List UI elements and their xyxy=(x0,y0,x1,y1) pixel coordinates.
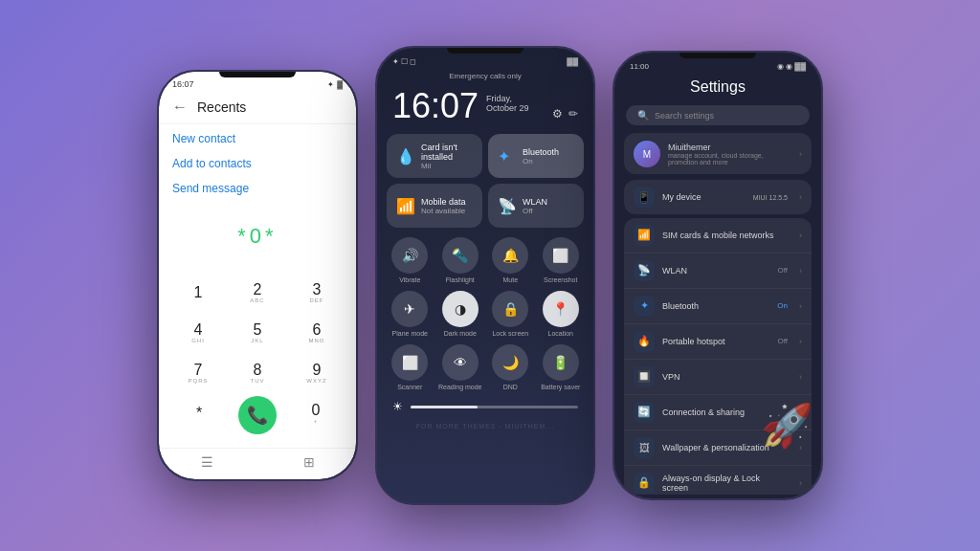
wallpaper-icon: 🖼 xyxy=(634,437,655,458)
settings-icon[interactable]: ⚙ xyxy=(552,107,563,121)
mobile-data-sub: Not available xyxy=(421,207,466,215)
miuithemer-title: Miuithemer xyxy=(668,143,788,152)
status-bar-3: 11:00 ◉ ◉ ▓▓ xyxy=(614,53,821,75)
add-contacts-item[interactable]: Add to contacts xyxy=(172,157,343,170)
status-icons-2: ✦ ☐ ◻ xyxy=(392,57,416,66)
reading-icon: 👁 xyxy=(442,344,479,381)
key-call[interactable]: 📞 xyxy=(238,396,277,434)
keypad-row-1: 1 2ABC 3DEF xyxy=(168,276,346,310)
qs-reading[interactable]: 👁 Reading mode xyxy=(437,344,484,390)
mobile-data-text: Mobile data Not available xyxy=(421,197,466,215)
settings-title: Settings xyxy=(614,75,821,101)
my-device-section[interactable]: 📱 My device MIUI 12.5.5 › xyxy=(624,180,812,213)
wlan-settings-text: WLAN xyxy=(662,266,769,276)
key-2[interactable]: 2ABC xyxy=(235,276,279,310)
sim-tile-text: Card isn't installed MiI xyxy=(421,143,473,170)
bottom-nav: ☰ ⊞ xyxy=(159,448,356,479)
keypad-row-3: 7PQRS 8TUV 9WXYZ xyxy=(168,356,346,390)
battery-saver-icon: 🔋 xyxy=(543,344,579,381)
qs-lockscreen[interactable]: 🔒 Lock screen xyxy=(487,291,534,337)
brightness-bar[interactable] xyxy=(411,406,578,408)
search-placeholder: Search settings xyxy=(655,111,714,121)
key-7[interactable]: 7PQRS xyxy=(176,356,220,390)
dialer-header: ← Recents xyxy=(159,93,356,124)
key-8[interactable]: 8TUV xyxy=(235,356,279,390)
key-5[interactable]: 5JKL xyxy=(235,316,279,350)
bt-settings-text: Bluetooth xyxy=(662,301,769,311)
dialer-screen: 16:07 ✦ ▓ ← Recents New contact Add to c… xyxy=(159,72,356,479)
qs-icon-grid-3: ⬜ Scanner 👁 Reading mode 🌙 DND 🔋 Battery… xyxy=(377,341,593,394)
send-message-item[interactable]: Send message xyxy=(172,182,343,195)
key-3[interactable]: 3DEF xyxy=(295,276,339,310)
new-contact-item[interactable]: New contact xyxy=(172,132,343,145)
qs-darkmode[interactable]: ◑ Dark mode xyxy=(437,291,484,337)
miuithemer-section[interactable]: M Miuithemer manage account, cloud stora… xyxy=(624,133,812,174)
aod-icon: 🔒 xyxy=(634,473,655,494)
wallpaper-item[interactable]: 🖼 Wallpaper & personalization › xyxy=(624,430,812,466)
key-star[interactable]: * xyxy=(177,396,221,430)
qs-screenshot[interactable]: ⬜ Screenshot xyxy=(538,237,585,283)
connection-arrow: › xyxy=(799,408,802,417)
hotspot-icon: 🔥 xyxy=(634,331,655,352)
qs-vibrate[interactable]: 🔊 Vibrate xyxy=(387,237,434,283)
bt-tile-title: Bluetooth xyxy=(523,147,559,157)
connection-icon: 🔄 xyxy=(634,402,655,423)
hotspot-text: Portable hotspot xyxy=(662,337,769,346)
wlan-tile-title: WLAN xyxy=(523,197,547,207)
settings-search[interactable]: 🔍 Search settings xyxy=(626,105,810,125)
vpn-title: VPN xyxy=(662,372,788,382)
wallpaper-arrow: › xyxy=(799,443,802,452)
qs-mute[interactable]: 🔔 Mute xyxy=(487,237,534,283)
edit-icon[interactable]: ✏ xyxy=(568,107,578,121)
qs-airplane[interactable]: ✈ Plane mode xyxy=(387,291,434,337)
menu-icon[interactable]: ☰ xyxy=(201,454,213,470)
qs-tile-sim[interactable]: 💧 Card isn't installed MiI xyxy=(387,134,482,178)
qs-flashlight[interactable]: 🔦 Flashlight xyxy=(437,237,484,283)
sim-tile-title: Card isn't installed xyxy=(421,143,473,162)
vpn-text: VPN xyxy=(662,372,788,382)
phone-quick-settings: ✦ ☐ ◻ ▓▓ Emergency calls only 16:07 Frid… xyxy=(375,46,595,505)
qs-tiles-grid: 💧 Card isn't installed MiI ✦ Bluetooth O… xyxy=(377,128,593,233)
qs-tile-bluetooth[interactable]: ✦ Bluetooth On xyxy=(488,134,584,178)
screenshot-icon: ⬜ xyxy=(543,237,579,274)
key-6[interactable]: 6MNO xyxy=(295,316,339,350)
key-0[interactable]: 0+ xyxy=(294,396,338,430)
key-9[interactable]: 9WXYZ xyxy=(295,356,339,390)
key-1[interactable]: 1 xyxy=(176,276,220,310)
aod-title: Always-on display & Lock screen xyxy=(662,474,788,493)
qs-icon-grid-1: 🔊 Vibrate 🔦 Flashlight 🔔 Mute ⬜ Screensh… xyxy=(377,233,593,287)
my-device-item: 📱 My device MIUI 12.5.5 › xyxy=(624,180,812,213)
scanner-icon: ⬜ xyxy=(391,344,428,381)
keypad-row-4: * 📞 0+ xyxy=(168,396,346,434)
sim-title: SIM cards & mobile networks xyxy=(662,231,788,240)
bluetooth-item[interactable]: ✦ Bluetooth On › xyxy=(624,289,812,324)
qs-scanner[interactable]: ⬜ Scanner xyxy=(387,344,434,390)
header-action-icons: ⚙ ✏ xyxy=(552,107,578,126)
wlan-arrow: › xyxy=(799,266,802,276)
phone-dialer: 16:07 ✦ ▓ ← Recents New contact Add to c… xyxy=(157,70,358,481)
wlan-tile-sub: Off xyxy=(523,207,547,215)
bt-tile-sub: On xyxy=(523,157,559,165)
status-icons-3: ◉ ◉ ▓▓ xyxy=(777,62,806,71)
qs-dnd[interactable]: 🌙 DND xyxy=(487,344,534,390)
connection-sharing-item[interactable]: 🔄 Connection & sharing › xyxy=(624,395,812,430)
back-arrow[interactable]: ← xyxy=(172,99,188,116)
miuithemer-text: Miuithemer manage account, cloud storage… xyxy=(668,143,788,165)
hotspot-item[interactable]: 🔥 Portable hotspot Off › xyxy=(624,324,812,360)
search-icon: 🔍 xyxy=(637,110,649,121)
wlan-item[interactable]: 📡 WLAN Off › xyxy=(624,253,812,289)
key-4[interactable]: 4GHI xyxy=(176,316,220,350)
qs-tile-wlan[interactable]: 📡 WLAN Off xyxy=(488,184,584,228)
wlan-settings-title: WLAN xyxy=(662,266,769,276)
qs-tile-mobile-data[interactable]: 📶 Mobile data Not available xyxy=(387,184,482,228)
qs-battery-saver[interactable]: 🔋 Battery saver xyxy=(538,344,585,390)
dnd-icon: 🌙 xyxy=(492,344,528,381)
bt-settings-icon: ✦ xyxy=(634,296,655,317)
connection-text: Connection & sharing xyxy=(662,408,788,417)
sim-tile-icon: 💧 xyxy=(396,147,415,165)
vpn-item[interactable]: 🔲 VPN › xyxy=(624,360,812,395)
sim-networks-item[interactable]: 📶 SIM cards & mobile networks › xyxy=(624,218,812,253)
grid-icon[interactable]: ⊞ xyxy=(303,454,315,470)
qs-location[interactable]: 📍 Location xyxy=(538,291,585,337)
always-on-display-item[interactable]: 🔒 Always-on display & Lock screen › xyxy=(624,466,812,496)
